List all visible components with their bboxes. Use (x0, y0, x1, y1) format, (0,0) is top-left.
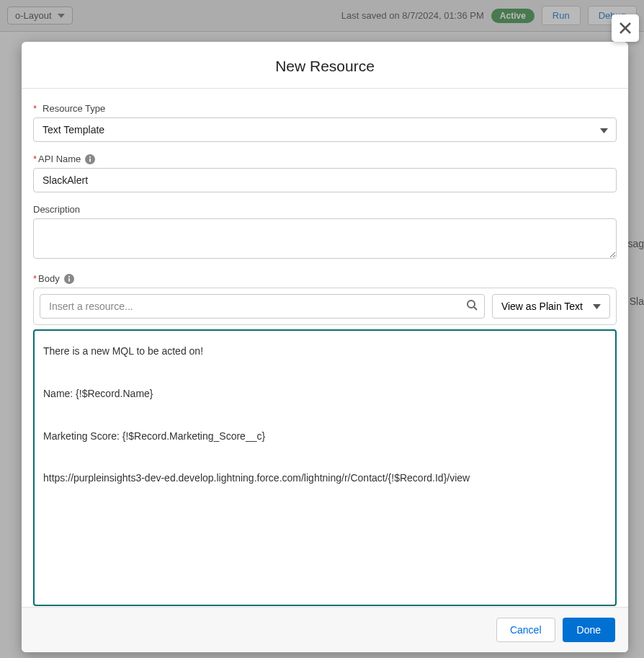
resource-type-field: Resource Type Text Template (33, 103, 617, 142)
view-mode-dropdown[interactable]: View as Plain Text (492, 294, 610, 319)
chevron-down-icon (593, 304, 601, 309)
svg-point-4 (89, 156, 91, 157)
modal-header: New Resource (22, 42, 628, 89)
view-mode-label: View as Plain Text (501, 301, 583, 312)
body-text-editor[interactable]: There is a new MQL to be acted on! Name:… (33, 329, 617, 606)
body-label-row: Body (33, 273, 617, 284)
info-icon (85, 154, 95, 164)
resource-type-label: Resource Type (33, 103, 617, 114)
description-field: Description (33, 204, 617, 262)
new-resource-modal: New Resource Resource Type Text Template… (22, 42, 628, 652)
resource-search-input[interactable] (40, 294, 485, 319)
resource-type-select[interactable]: Text Template (33, 117, 617, 142)
svg-point-7 (68, 275, 70, 277)
modal-body: Resource Type Text Template API Name Des… (22, 89, 628, 607)
modal-footer: Cancel Done (22, 607, 628, 652)
cancel-button[interactable]: Cancel (496, 618, 555, 642)
body-label: Body (33, 273, 60, 284)
info-icon (64, 274, 74, 284)
svg-rect-3 (89, 159, 91, 161)
description-label: Description (33, 204, 617, 215)
close-icon (618, 21, 632, 35)
api-name-label: API Name (33, 154, 81, 164)
api-name-label-row: API Name (33, 154, 617, 164)
description-textarea[interactable] (33, 218, 617, 259)
body-toolbar: View as Plain Text (33, 288, 617, 325)
close-button[interactable] (612, 14, 639, 42)
svg-rect-6 (68, 278, 70, 281)
done-button[interactable]: Done (563, 618, 615, 642)
body-field: Body Vie (33, 273, 617, 606)
resource-search-wrapper (40, 294, 485, 319)
api-name-field: API Name (33, 154, 617, 192)
api-name-input[interactable] (33, 168, 617, 192)
modal-title: New Resource (22, 58, 628, 75)
